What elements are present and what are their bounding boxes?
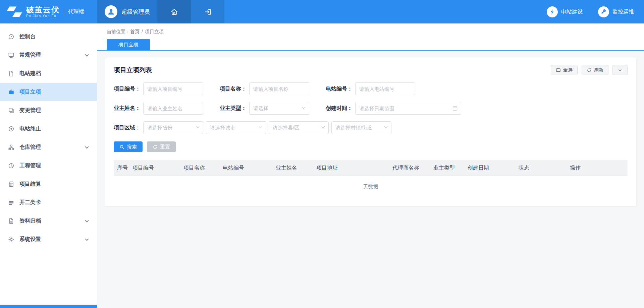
project-name-label: 项目名称： bbox=[220, 85, 247, 93]
sidebar-item-label: 电站建档 bbox=[19, 70, 41, 77]
home-icon bbox=[170, 8, 178, 16]
province-select[interactable]: 请选择省份 bbox=[143, 121, 203, 134]
county-select[interactable]: 请选择县/区 bbox=[269, 121, 329, 134]
stop-circle-icon bbox=[8, 126, 14, 132]
card-tools: 全屏 刷新 bbox=[551, 65, 628, 75]
home-button[interactable] bbox=[157, 0, 191, 23]
sidebar-item-station-filing[interactable]: 电站建档 bbox=[0, 64, 97, 83]
region-label: 项目区域： bbox=[114, 124, 141, 131]
copy-icon bbox=[8, 107, 14, 114]
engineering-icon bbox=[8, 163, 14, 169]
breadcrumb-current: 项目立项 bbox=[145, 29, 164, 34]
sidebar-item-label: 项目结算 bbox=[19, 181, 41, 188]
tab-project-initiation[interactable]: 项目立项 bbox=[107, 39, 150, 50]
breadcrumb-separator: / bbox=[142, 29, 143, 34]
page-title: 项目立项列表 bbox=[114, 66, 152, 74]
chevron-down-icon bbox=[85, 237, 89, 241]
sidebar-item-general-management[interactable]: 常规管理 bbox=[0, 46, 97, 64]
search-icon bbox=[119, 144, 124, 149]
create-time-input[interactable] bbox=[355, 102, 461, 115]
top-navbar: 破茧云伏 Po Jian Yun Fu 代理端 超级管理员 电站建设 bbox=[0, 0, 644, 23]
sidebar-item-project-settlement[interactable]: 项目结算 bbox=[0, 175, 97, 193]
col-owner-name: 业主姓名 bbox=[272, 165, 313, 172]
owner-name-label: 业主姓名： bbox=[114, 105, 141, 112]
owner-type-placeholder: 请选择 bbox=[253, 105, 268, 112]
sidebar-item-system-settings[interactable]: 系统设置 bbox=[0, 230, 97, 249]
reset-button[interactable]: 重置 bbox=[147, 141, 176, 152]
owner-type-select[interactable]: 请选择 bbox=[249, 102, 309, 115]
chevron-down-icon bbox=[384, 125, 388, 128]
col-agent-name: 代理商名称 bbox=[389, 165, 430, 172]
chevron-down-icon bbox=[196, 125, 200, 128]
col-create-date: 创建日期 bbox=[464, 165, 515, 172]
lightning-icon bbox=[547, 6, 558, 17]
sidebar-item-project-initiation[interactable]: 项目立项 bbox=[0, 83, 97, 101]
sidebar-item-station-termination[interactable]: 电站终止 bbox=[0, 120, 97, 138]
fullscreen-button[interactable]: 全屏 bbox=[551, 65, 578, 75]
wrench-icon bbox=[598, 6, 609, 17]
sidebar-item-label: 仓库管理 bbox=[19, 144, 41, 151]
sidebar-item-label: 变更管理 bbox=[19, 107, 41, 114]
avatar bbox=[105, 5, 117, 18]
fullscreen-label: 全屏 bbox=[563, 67, 573, 73]
sidebar-item-label: 电站终止 bbox=[19, 125, 41, 132]
sidebar-item-change-management[interactable]: 变更管理 bbox=[0, 101, 97, 120]
sidebar-collapse-bar[interactable] bbox=[0, 305, 97, 308]
project-no-label: 项目编号： bbox=[114, 85, 141, 93]
col-owner-type: 业主类型 bbox=[430, 165, 464, 172]
refresh-label: 刷新 bbox=[594, 67, 603, 73]
chevron-down-icon bbox=[259, 125, 262, 128]
station-build-label: 电站建设 bbox=[561, 8, 583, 15]
city-select[interactable]: 请选择城市 bbox=[206, 121, 266, 134]
briefcase-icon bbox=[8, 89, 14, 95]
main-area: 当前位置：首页/项目立项 项目立项 项目立项列表 全屏 刷新 bbox=[97, 23, 644, 308]
station-build-action[interactable]: 电站建设 bbox=[547, 6, 583, 17]
sidebar-item-console[interactable]: 控制台 bbox=[0, 27, 97, 46]
refresh-button[interactable]: 刷新 bbox=[582, 65, 608, 75]
logout-icon bbox=[204, 8, 212, 16]
sidebar-item-label: 系统设置 bbox=[19, 236, 41, 243]
user-icon bbox=[107, 8, 115, 16]
monitor-ops-action[interactable]: 监控运维 bbox=[598, 6, 634, 17]
sidebar-item-data-archive[interactable]: 资料归档 bbox=[0, 212, 97, 230]
project-name-input[interactable] bbox=[249, 82, 309, 95]
province-placeholder: 请选择省份 bbox=[147, 125, 172, 131]
town-placeholder: 请选择村镇/街道 bbox=[335, 125, 372, 131]
dashboard-icon bbox=[8, 34, 14, 40]
archive-icon bbox=[8, 218, 14, 224]
sitemap-icon bbox=[8, 144, 14, 150]
refresh-icon bbox=[587, 68, 592, 73]
reset-label: 重置 bbox=[160, 144, 170, 150]
sidebar-item-warehouse-management[interactable]: 仓库管理 bbox=[0, 138, 97, 157]
document-icon bbox=[8, 70, 14, 77]
project-no-input[interactable] bbox=[143, 82, 203, 95]
sidebar-item-engineering-management[interactable]: 工程管理 bbox=[0, 157, 97, 175]
col-actions: 操作 bbox=[567, 165, 628, 172]
topbar-actions: 电站建设 监控运维 bbox=[531, 0, 644, 23]
breadcrumb-home[interactable]: 首页 bbox=[130, 29, 140, 34]
search-label: 搜索 bbox=[127, 144, 137, 150]
collapse-panel-button[interactable] bbox=[612, 65, 628, 75]
content-area: 项目立项列表 全屏 刷新 bbox=[97, 51, 644, 308]
reset-icon bbox=[153, 144, 158, 149]
sidebar-item-label: 开二类卡 bbox=[19, 199, 41, 206]
sidebar-item-label: 资料归档 bbox=[19, 218, 41, 225]
brand: 破茧云伏 Po Jian Yun Fu 代理端 bbox=[0, 0, 97, 23]
logout-button[interactable] bbox=[191, 0, 224, 23]
station-no-input[interactable] bbox=[355, 82, 415, 95]
chevron-down-icon bbox=[302, 106, 306, 109]
user-menu[interactable]: 超级管理员 bbox=[97, 0, 157, 23]
search-button[interactable]: 搜索 bbox=[114, 141, 143, 152]
gear-icon bbox=[8, 236, 14, 243]
sidebar-item-type2-card[interactable]: 开二类卡 bbox=[0, 193, 97, 212]
station-no-label: 电站编号： bbox=[326, 85, 353, 93]
breadcrumb-prefix: 当前位置： bbox=[107, 29, 130, 34]
monitor-icon bbox=[8, 52, 14, 58]
owner-name-input[interactable] bbox=[143, 102, 203, 115]
col-status: 状态 bbox=[515, 165, 567, 172]
brand-name: 破茧云伏 bbox=[26, 5, 60, 14]
user-name: 超级管理员 bbox=[121, 8, 150, 16]
town-select[interactable]: 请选择村镇/街道 bbox=[331, 121, 391, 134]
project-list-card: 项目立项列表 全屏 刷新 bbox=[105, 58, 637, 206]
empty-state: 无数据 bbox=[114, 176, 628, 197]
